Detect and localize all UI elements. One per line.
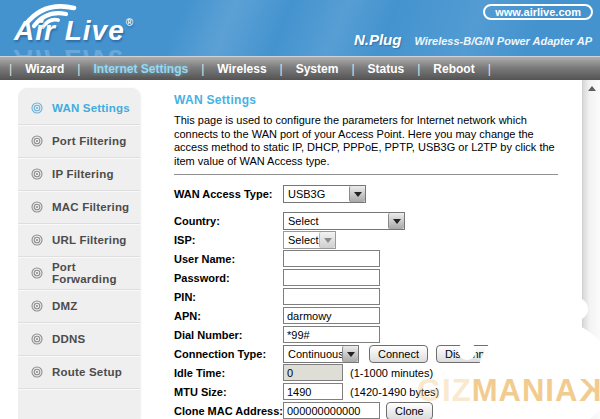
country-value: Select bbox=[284, 213, 388, 229]
website-badge[interactable]: www.airlive.com bbox=[483, 4, 593, 20]
password-row: Password: bbox=[174, 268, 558, 287]
dropdown-arrow-icon[interactable] bbox=[319, 232, 335, 248]
password-input[interactable] bbox=[283, 269, 380, 286]
connection-type-select[interactable]: Continuous bbox=[283, 345, 359, 363]
nav-separator: | bbox=[77, 62, 80, 76]
bullseye-icon bbox=[31, 201, 43, 213]
pin-label: PIN: bbox=[174, 291, 283, 303]
dropdown-arrow-icon[interactable] bbox=[342, 346, 358, 362]
idle-time-input[interactable] bbox=[283, 364, 343, 381]
mtu-size-input[interactable] bbox=[283, 383, 343, 400]
nav-item-reboot[interactable]: Reboot bbox=[433, 62, 474, 76]
sidebar-item-label: WAN Settings bbox=[52, 102, 130, 114]
wan-access-type-row: WAN Access Type: USB3G bbox=[174, 184, 558, 203]
paint-splat-drop bbox=[540, 284, 556, 300]
sidebar-item-port-forwarding[interactable]: Port Forwarding bbox=[18, 257, 140, 290]
sidebar: WAN Settings Port Filtering IP Filtering… bbox=[18, 88, 140, 419]
bullseye-icon bbox=[31, 300, 43, 312]
airlive-logo: Air Live® Air Live bbox=[14, 2, 194, 56]
wan-access-type-label: WAN Access Type: bbox=[174, 188, 283, 200]
paint-splat-drop bbox=[458, 342, 476, 360]
nav-separator: | bbox=[280, 62, 283, 76]
dial-number-input[interactable] bbox=[283, 326, 380, 343]
top-banner: Air Live® Air Live www.airlive.com N.Plu… bbox=[0, 0, 600, 56]
isp-row: ISP: Select bbox=[174, 230, 558, 249]
watermark-part: GIZ bbox=[417, 373, 472, 408]
country-label: Country: bbox=[174, 215, 283, 227]
wan-access-type-select[interactable]: USB3G bbox=[283, 185, 366, 203]
sidebar-item-label: URL Filtering bbox=[52, 234, 127, 246]
nav-separator: | bbox=[9, 62, 12, 76]
sidebar-item-dmz[interactable]: DMZ bbox=[18, 290, 140, 323]
sidebar-item-route-setup[interactable]: Route Setup bbox=[18, 356, 140, 389]
idle-time-label: Idle Time: bbox=[174, 367, 283, 379]
mtu-size-label: MTU Size: bbox=[174, 386, 283, 398]
apn-input[interactable] bbox=[283, 307, 380, 324]
bullseye-icon bbox=[31, 234, 43, 246]
sidebar-item-label: Route Setup bbox=[52, 366, 122, 378]
connect-button[interactable]: Connect bbox=[369, 345, 428, 363]
paint-splat-drop bbox=[585, 342, 600, 362]
watermark: GIZMANIAK bbox=[417, 373, 600, 409]
bullseye-icon bbox=[31, 366, 43, 378]
nav-item-system[interactable]: System bbox=[296, 62, 339, 76]
bullseye-icon bbox=[31, 135, 43, 147]
connection-type-label: Connection Type: bbox=[174, 348, 283, 360]
page-title: WAN Settings bbox=[174, 93, 558, 107]
sidebar-item-label: Port Forwarding bbox=[52, 261, 140, 285]
dropdown-arrow-icon[interactable] bbox=[349, 186, 365, 202]
nav-separator: | bbox=[201, 62, 204, 76]
clone-mac-input[interactable] bbox=[283, 402, 380, 419]
user-name-label: User Name: bbox=[174, 253, 283, 265]
nav-item-wireless[interactable]: Wireless bbox=[217, 62, 266, 76]
watermark-part-mirrored: K bbox=[578, 373, 600, 409]
country-row: Country: Select bbox=[174, 211, 558, 230]
isp-value: Select bbox=[284, 232, 319, 248]
sidebar-item-label: Port Filtering bbox=[52, 135, 126, 147]
sidebar-item-label: DMZ bbox=[52, 300, 78, 312]
apn-label: APN: bbox=[174, 310, 283, 322]
country-select[interactable]: Select bbox=[283, 212, 405, 230]
sidebar-item-port-filtering[interactable]: Port Filtering bbox=[18, 125, 140, 158]
sidebar-item-label: MAC Filtering bbox=[52, 201, 129, 213]
bullseye-icon bbox=[31, 267, 43, 279]
nav-item-status[interactable]: Status bbox=[368, 62, 405, 76]
dial-number-label: Dial Number: bbox=[174, 329, 283, 341]
sidebar-item-mac-filtering[interactable]: MAC Filtering bbox=[18, 191, 140, 224]
watermark-part: MANIA bbox=[472, 373, 579, 408]
product-line: N.Plug Wireless-B/G/N Power Adapter AP bbox=[354, 31, 592, 48]
sidebar-item-wan-settings[interactable]: WAN Settings bbox=[18, 92, 140, 125]
bullseye-icon bbox=[31, 102, 43, 114]
wan-access-type-value: USB3G bbox=[284, 186, 349, 202]
isp-label: ISP: bbox=[174, 234, 283, 246]
sidebar-item-label: DDNS bbox=[52, 333, 85, 345]
isp-select[interactable]: Select bbox=[283, 231, 336, 249]
registered-mark: ® bbox=[126, 17, 134, 28]
user-name-input[interactable] bbox=[283, 250, 380, 267]
nav-separator: | bbox=[417, 62, 420, 76]
pin-input[interactable] bbox=[283, 288, 380, 305]
product-tagline: Wireless-B/G/N Power Adapter AP bbox=[414, 35, 592, 47]
divider bbox=[174, 174, 558, 175]
password-label: Password: bbox=[174, 272, 283, 284]
clone-mac-label: Clone MAC Address: bbox=[174, 405, 283, 417]
sidebar-item-url-filtering[interactable]: URL Filtering bbox=[18, 224, 140, 257]
nav-item-internet-settings[interactable]: Internet Settings bbox=[93, 62, 188, 76]
main-nav: | Wizard | Internet Settings | Wireless … bbox=[0, 56, 600, 80]
sidebar-item-label: IP Filtering bbox=[52, 168, 114, 180]
nav-separator: | bbox=[488, 62, 491, 76]
dropdown-arrow-icon[interactable] bbox=[388, 213, 404, 229]
page-description: This page is used to configure the param… bbox=[174, 114, 558, 168]
nav-item-wizard[interactable]: Wizard bbox=[25, 62, 64, 76]
user-name-row: User Name: bbox=[174, 249, 558, 268]
nav-separator: | bbox=[351, 62, 354, 76]
sidebar-item-ddns[interactable]: DDNS bbox=[18, 323, 140, 356]
sidebar-item-ip-filtering[interactable]: IP Filtering bbox=[18, 158, 140, 191]
paint-splat-drop bbox=[498, 292, 524, 318]
product-name: N.Plug bbox=[354, 31, 402, 48]
paint-splat-drop bbox=[566, 298, 588, 320]
bullseye-icon bbox=[31, 333, 43, 345]
scrollbar-up-arrow-icon[interactable] bbox=[583, 80, 600, 96]
bullseye-icon bbox=[31, 168, 43, 180]
content-area: WAN Settings Port Filtering IP Filtering… bbox=[0, 80, 600, 419]
